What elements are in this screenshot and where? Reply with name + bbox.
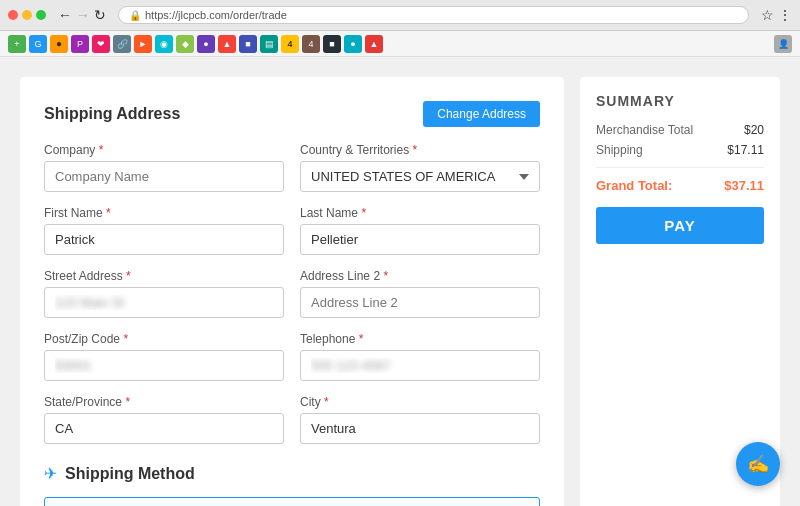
change-address-button[interactable]: Change Address [423,101,540,127]
company-input[interactable] [44,161,284,192]
country-select[interactable]: UNITED STATES OF AMERICA [300,161,540,192]
summary-sidebar: SUMMARY Merchandise Total $20 Shipping $… [580,77,780,506]
chat-fab[interactable]: ✍ [736,442,780,486]
ext-icon-4[interactable]: P [71,35,89,53]
close-window-btn[interactable] [8,10,18,20]
city-label: City * [300,395,540,409]
ext-icon-2[interactable]: G [29,35,47,53]
company-group: Company * [44,143,284,192]
address-line2-group: Address Line 2 * [300,269,540,318]
minimize-window-btn[interactable] [22,10,32,20]
merchandise-total-row: Merchandise Total $20 [596,123,764,137]
chat-icon: ✍ [747,453,769,475]
summary-divider [596,167,764,168]
ext-icon-13[interactable]: ▤ [260,35,278,53]
shipping-plane-icon: ✈ [44,464,57,483]
url-text: https://jlcpcb.com/order/trade [145,9,287,21]
ext-icon-11[interactable]: ▲ [218,35,236,53]
ext-icon-12[interactable]: ■ [239,35,257,53]
address-form-grid: Company * Country & Territories * UNITED… [44,143,540,444]
ext-icon-6[interactable]: 🔗 [113,35,131,53]
postzip-label: Post/Zip Code * [44,332,284,346]
back-btn[interactable]: ← [58,7,72,23]
grand-total-row: Grand Total: $37.11 [596,178,764,193]
address-line2-label: Address Line 2 * [300,269,540,283]
ext-icon-7[interactable]: ► [134,35,152,53]
maximize-window-btn[interactable] [36,10,46,20]
user-icon[interactable]: 👤 [774,35,792,53]
shipping-label: Shipping [596,143,643,157]
city-group: City * [300,395,540,444]
ext-icon-14[interactable]: 4 [281,35,299,53]
shipping-row: Shipping $17.11 [596,143,764,157]
ext-icon-17[interactable]: ● [344,35,362,53]
street-address-label: Street Address * [44,269,284,283]
company-label: Company * [44,143,284,157]
browser-toolbar: + G ● P ❤ 🔗 ► ◉ ◆ ● ▲ ■ ▤ 4 4 ■ ● ▲ 👤 [0,31,800,57]
ext-icon-1[interactable]: + [8,35,26,53]
shipping-method-section: ✈ Shipping Method DHL Express Express st… [44,464,540,506]
country-group: Country & Territories * UNITED STATES OF… [300,143,540,192]
merchandise-total-label: Merchandise Total [596,123,693,137]
shipping-method-title: Shipping Method [65,465,195,483]
first-name-input[interactable] [44,224,284,255]
postzip-group: Post/Zip Code * [44,332,284,381]
last-name-input[interactable] [300,224,540,255]
summary-title: SUMMARY [596,93,764,109]
city-input[interactable] [300,413,540,444]
shipping-address-title: Shipping Address [44,105,180,123]
country-label: Country & Territories * [300,143,540,157]
pay-button[interactable]: PAY [596,207,764,244]
last-name-group: Last Name * [300,206,540,255]
window-controls [8,10,46,20]
street-address-group: Street Address * [44,269,284,318]
ext-icon-18[interactable]: ▲ [365,35,383,53]
postzip-input[interactable] [44,350,284,381]
state-group: State/Province * [44,395,284,444]
ext-icon-8[interactable]: ◉ [155,35,173,53]
telephone-group: Telephone * [300,332,540,381]
ext-icon-3[interactable]: ● [50,35,68,53]
shipping-option-dhl[interactable]: DHL Express Express stable 3-4 business … [44,497,540,506]
first-name-label: First Name * [44,206,284,220]
last-name-label: Last Name * [300,206,540,220]
lock-icon: 🔒 [129,10,141,21]
first-name-group: First Name * [44,206,284,255]
street-address-input[interactable] [44,287,284,318]
telephone-label: Telephone * [300,332,540,346]
merchandise-total-value: $20 [744,123,764,137]
telephone-input[interactable] [300,350,540,381]
main-form: Shipping Address Change Address Company … [20,77,564,506]
grand-total-value: $37.11 [724,178,764,193]
shipping-value: $17.11 [727,143,764,157]
shipping-method-header: ✈ Shipping Method [44,464,540,483]
shipping-address-header: Shipping Address Change Address [44,101,540,127]
address-line2-input[interactable] [300,287,540,318]
state-input[interactable] [44,413,284,444]
ext-icon-16[interactable]: ■ [323,35,341,53]
star-icon[interactable]: ☆ [761,7,774,23]
forward-btn[interactable]: → [76,7,90,23]
refresh-btn[interactable]: ↻ [94,7,106,23]
menu-icon[interactable]: ⋮ [778,7,792,23]
browser-chrome: ← → ↻ 🔒 https://jlcpcb.com/order/trade ☆… [0,0,800,31]
ext-icon-9[interactable]: ◆ [176,35,194,53]
ext-icon-5[interactable]: ❤ [92,35,110,53]
ext-icon-15[interactable]: 4 [302,35,320,53]
ext-icon-10[interactable]: ● [197,35,215,53]
state-label: State/Province * [44,395,284,409]
grand-total-label: Grand Total: [596,178,672,193]
url-bar[interactable]: 🔒 https://jlcpcb.com/order/trade [118,6,749,24]
